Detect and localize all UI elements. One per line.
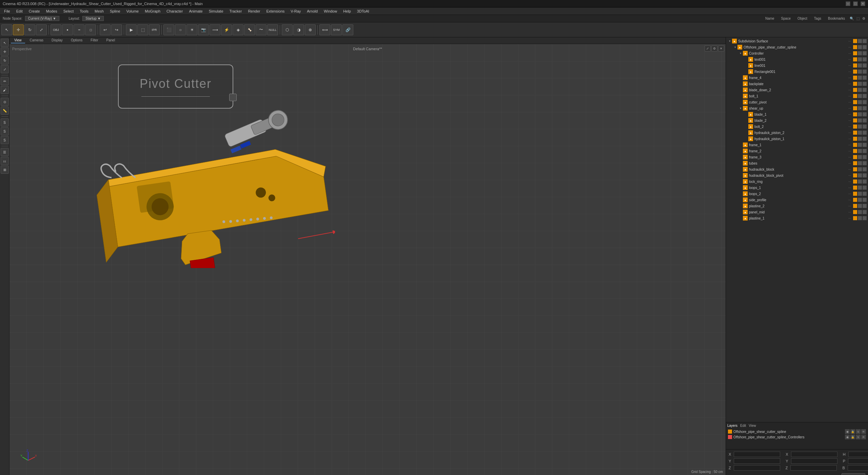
close-button[interactable]: ✕ — [861, 1, 865, 6]
tree-vis-icon[interactable]: · — [858, 179, 862, 184]
tree-item-4[interactable]: ▲ text001 ⋯ · · — [726, 56, 868, 62]
tree-render-icon[interactable]: · — [863, 131, 867, 135]
tree-vis-icon[interactable]: · — [858, 57, 862, 61]
layers-tab-layers[interactable]: Layers — [727, 424, 737, 428]
rp-tab-space[interactable]: Space — [779, 16, 793, 21]
tool-spline-btn[interactable]: 〜 — [256, 24, 267, 35]
tree-vis-icon[interactable]: · — [858, 192, 862, 196]
tree-render-icon[interactable]: · — [863, 179, 867, 184]
tree-vis-icon[interactable]: · — [858, 167, 862, 171]
sidebar-scale[interactable]: ⤢ — [1, 65, 9, 73]
tool-cube-btn[interactable]: ⬛ — [163, 24, 174, 35]
sidebar-select[interactable]: ↖ — [1, 39, 9, 47]
x2-input[interactable] — [791, 452, 837, 457]
tree-render-icon[interactable]: · — [863, 161, 867, 165]
sidebar-move[interactable]: ✛ — [1, 48, 9, 56]
tool-undo-btn[interactable]: ↩ — [100, 24, 111, 35]
tool-field-btn[interactable]: ◈ — [233, 24, 243, 35]
menu-3dtoai[interactable]: 3DToAI — [354, 8, 372, 14]
tree-vis-icon[interactable]: · — [858, 45, 862, 49]
layout-value[interactable]: Startup ▼ — [82, 16, 104, 21]
tree-vis-icon[interactable]: · — [858, 173, 862, 177]
tree-vis-icon[interactable]: · — [858, 198, 862, 202]
tree-render-icon[interactable]: · — [863, 88, 867, 92]
menu-tools[interactable]: Tools — [77, 8, 91, 14]
tree-vis-icon[interactable]: · — [858, 210, 862, 214]
tree-item-17[interactable]: ▲ hydraulick_piston_1 ⋯ · · — [726, 136, 868, 142]
tree-render-icon[interactable]: · — [863, 118, 867, 122]
tree-item-8[interactable]: ▲ backplate ⋯ · · — [726, 81, 868, 87]
tree-render-icon[interactable]: · — [863, 192, 867, 196]
tree-render-icon[interactable]: · — [863, 173, 867, 177]
tree-item-5[interactable]: ▲ line001 ⋯ · · — [726, 62, 868, 69]
tree-render-icon[interactable]: · — [863, 216, 867, 220]
h-input[interactable] — [848, 452, 868, 457]
tool-rigging-btn[interactable]: 🦴 — [244, 24, 255, 35]
menu-file[interactable]: File — [1, 8, 13, 14]
tree-vis-icon[interactable]: · — [858, 118, 862, 122]
tool-render-region-btn[interactable]: ⬚ — [137, 24, 148, 35]
tool-display-btn[interactable]: ◑ — [293, 24, 304, 35]
tree-item-18[interactable]: ▲ frame_1 ⋯ · · — [726, 142, 868, 148]
minimize-button[interactable]: ─ — [846, 1, 850, 6]
layer-icon-solo[interactable]: S — [856, 429, 861, 434]
tool-camera-btn[interactable]: 📷 — [198, 24, 209, 35]
tree-item-7[interactable]: ▲ frame_4 ⋯ · · — [726, 75, 868, 81]
tool-render-btn[interactable]: ▶ — [126, 24, 137, 35]
tree-item-6[interactable]: ▲ Rectangle001 ⋯ · · — [726, 69, 868, 75]
p-input[interactable] — [848, 458, 868, 464]
tree-vis-icon[interactable]: · — [858, 143, 862, 147]
tree-vis-icon[interactable]: · — [858, 70, 862, 74]
tree-render-icon[interactable]: · — [863, 167, 867, 171]
rp-tab-name[interactable]: Name — [763, 16, 776, 21]
tree-vis-icon[interactable]: · — [858, 76, 862, 80]
tree-render-icon[interactable]: · — [863, 137, 867, 141]
tree-vis-icon[interactable]: · — [858, 137, 862, 141]
tree-render-icon[interactable]: · — [863, 198, 867, 202]
layer-icon-solo2[interactable]: S — [856, 435, 861, 439]
tool-scale-btn[interactable]: ⤢ — [36, 24, 47, 35]
tool-mode-btn[interactable]: ↖ — [1, 24, 12, 35]
tool-connect-btn[interactable]: 🔗 — [342, 24, 353, 35]
tool-move-btn[interactable]: ✛ — [13, 24, 24, 35]
b-input[interactable] — [848, 465, 868, 471]
layer-icon-lock[interactable]: 🔒 — [850, 429, 855, 434]
layer-icon-vis2[interactable]: ◉ — [845, 435, 850, 439]
y2-input[interactable] — [791, 458, 837, 464]
tree-render-icon[interactable]: · — [863, 143, 867, 147]
tool-deform-btn[interactable]: ⟿ — [210, 24, 220, 35]
tree-vis-icon[interactable]: · — [858, 51, 862, 55]
layer-icon-render2[interactable]: R — [861, 435, 866, 439]
tool-mirror-btn[interactable]: ⟺ — [319, 24, 330, 35]
tree-item-14[interactable]: ▲ blade_2 ⋯ · · — [726, 117, 868, 124]
tool-sphere-btn[interactable]: ○ — [175, 24, 186, 35]
apply-button[interactable]: Apply — [842, 473, 865, 475]
layer-icon-render[interactable]: R — [861, 429, 866, 434]
tree-vis-icon[interactable]: · — [858, 88, 862, 92]
tree-item-13[interactable]: ▲ blade_1 ⋯ · · — [726, 111, 868, 117]
menu-spline[interactable]: Spline — [107, 8, 123, 14]
menu-select[interactable]: Select — [61, 8, 77, 14]
layers-tab-view[interactable]: View — [749, 424, 756, 428]
menu-simulate[interactable]: Simulate — [206, 8, 226, 14]
tree-item-27[interactable]: ▲ side_profile ⋯ · · — [726, 197, 868, 203]
tree-item-2[interactable]: ▾ ▲ Offshore_pipe_shear_cutter_spline ⋯ … — [726, 44, 868, 50]
viewport-tab-filter[interactable]: Filter — [87, 38, 101, 43]
viewport-ctrl-close[interactable]: ✕ — [718, 45, 724, 52]
x-input[interactable] — [734, 452, 780, 457]
tree-render-icon[interactable]: · — [863, 204, 867, 208]
menu-tracker[interactable]: Tracker — [227, 8, 245, 14]
layer-item-2[interactable]: Offshore_pipe_shear_cutter_spline_Contro… — [727, 434, 867, 440]
menu-mograph[interactable]: MoGraph — [142, 8, 163, 14]
tree-item-3[interactable]: ▾ ▲ Controller ⋯ · · — [726, 50, 868, 56]
tree-render-icon[interactable]: · — [863, 106, 867, 110]
viewport-tab-options[interactable]: Options — [67, 38, 86, 43]
sidebar-brush[interactable]: ✏ — [1, 77, 9, 85]
tree-vis-icon[interactable]: · — [858, 155, 862, 159]
expand-icon[interactable]: ⬚ — [856, 17, 860, 20]
tree-item-11[interactable]: ▲ cutter_pivot ⋯ · · — [726, 99, 868, 105]
menu-edit[interactable]: Edit — [14, 8, 25, 14]
tool-solo-btn[interactable]: ⊕ — [305, 24, 316, 35]
tree-vis-icon[interactable]: · — [858, 94, 862, 98]
viewport-ctrl-maximize[interactable]: ⤢ — [705, 45, 711, 52]
